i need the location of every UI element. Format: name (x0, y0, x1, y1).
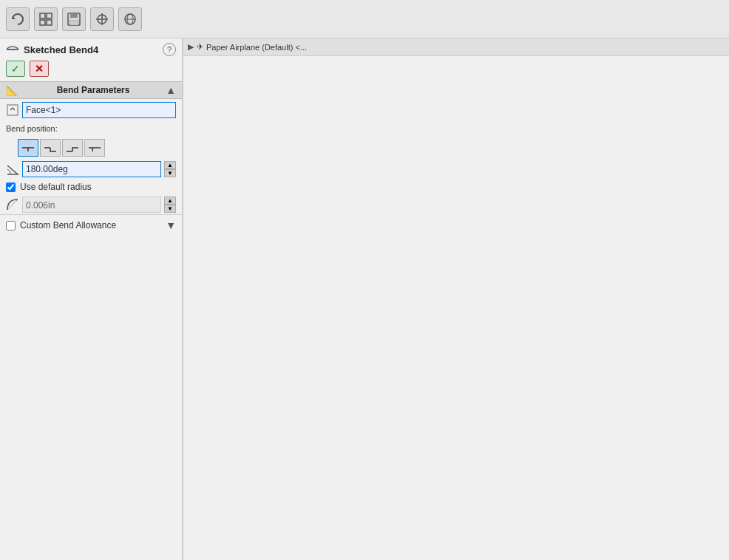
default-radius-checkbox[interactable] (6, 182, 16, 192)
angle-field-row: ▲ ▼ (0, 160, 182, 179)
bend-position-2[interactable] (40, 139, 61, 157)
default-radius-label: Use default radius (20, 182, 92, 192)
collapse-bend-params[interactable]: ▲ (166, 84, 176, 96)
svg-rect-14 (7, 49, 18, 50)
svg-rect-15 (7, 105, 18, 115)
svg-rect-1 (40, 13, 45, 18)
custom-bend-expand-icon[interactable]: ▼ (166, 219, 176, 231)
viewport-container: ▶ ✈ Paper Airplane (Default) <... (183, 38, 729, 560)
bend-parameters-section: 📐 Bend Parameters ▲ (0, 81, 182, 99)
bend-position-row (0, 137, 182, 160)
custom-bend-label: Custom Bend Allowance (20, 220, 116, 231)
radius-field-row: 0.006in ▲ ▼ (0, 195, 182, 214)
bend-position-1[interactable] (18, 139, 38, 157)
angle-input[interactable] (22, 161, 161, 177)
bend-params-label: Bend Parameters (57, 85, 130, 95)
breadcrumb-arrow: ▶ (188, 42, 194, 52)
custom-bend-allowance-row[interactable]: Custom Bend Allowance ▼ (0, 214, 182, 236)
panel-title: Sketched Bend4 (24, 44, 98, 55)
bend-position-label: Bend position: (6, 124, 58, 133)
breadcrumb-bar: ▶ ✈ Paper Airplane (Default) <... (183, 38, 729, 56)
sphere-icon[interactable] (118, 7, 142, 31)
save-icon[interactable] (62, 7, 86, 31)
radius-icon (6, 198, 19, 211)
default-radius-row: Use default radius (0, 179, 182, 195)
bend-position-4[interactable] (84, 139, 105, 157)
angle-up[interactable]: ▲ (164, 161, 176, 169)
svg-rect-2 (47, 13, 52, 18)
radius-up[interactable]: ▲ (164, 197, 176, 205)
angle-spinners: ▲ ▼ (164, 161, 176, 177)
radius-input: 0.006in (22, 197, 161, 213)
radius-down[interactable]: ▼ (164, 205, 176, 213)
svg-rect-7 (69, 21, 78, 25)
bend-params-icon: 📐 (6, 85, 18, 96)
face-field-row (0, 99, 182, 121)
face-select-icon (6, 103, 19, 117)
angle-icon (6, 163, 19, 176)
breadcrumb-label: Paper Airplane (Default) <... (206, 43, 307, 52)
main-area: Sketched Bend4 ? ✓ ✕ 📐 Bend Parameters ▲… (0, 38, 729, 560)
svg-line-20 (7, 199, 18, 210)
grid-icon[interactable] (34, 7, 58, 31)
cancel-button[interactable]: ✕ (30, 61, 49, 77)
rotate-icon[interactable] (6, 7, 30, 31)
svg-rect-6 (70, 13, 78, 18)
angle-down[interactable]: ▼ (164, 169, 176, 177)
panel-resize-handle[interactable] (179, 38, 185, 560)
action-buttons: ✓ ✕ (0, 59, 182, 81)
bend-icon (6, 43, 19, 56)
bend-position-label-row: Bend position: (0, 121, 182, 137)
confirm-button[interactable]: ✓ (6, 61, 25, 77)
airplane-icon: ✈ (197, 42, 203, 52)
panel-header: Sketched Bend4 ? (0, 38, 182, 59)
toolbar (0, 0, 729, 38)
svg-rect-4 (47, 20, 52, 25)
svg-rect-3 (40, 20, 45, 25)
custom-bend-checkbox[interactable] (6, 221, 16, 231)
help-button[interactable]: ? (163, 43, 176, 56)
left-panel: Sketched Bend4 ? ✓ ✕ 📐 Bend Parameters ▲… (0, 38, 183, 560)
bend-position-3[interactable] (62, 139, 83, 157)
radius-spinners: ▲ ▼ (164, 197, 176, 213)
crosshair-icon[interactable] (90, 7, 114, 31)
face-input[interactable] (22, 102, 176, 118)
